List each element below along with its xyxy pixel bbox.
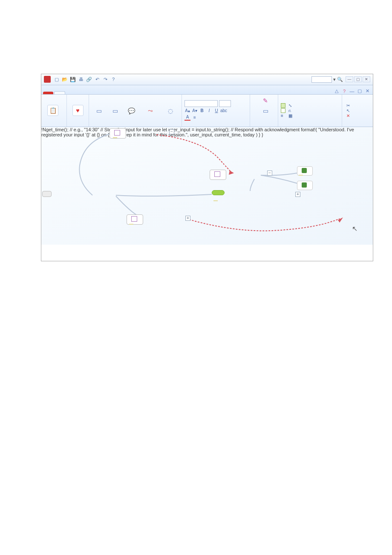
relationship-button[interactable]: ⤳ — [140, 106, 161, 116]
find-box[interactable]: ▾ 🔍 — [310, 76, 343, 83]
topic-button[interactable]: ▭ — [92, 106, 106, 116]
align-icon[interactable]: ≡ — [192, 115, 198, 121]
cursor-icon: ↖ — [352, 225, 357, 233]
help-icon[interactable]: ? — [110, 76, 117, 83]
boundary-button[interactable]: ◌ — [162, 106, 179, 116]
node-r1[interactable] — [297, 166, 313, 176]
ribbon: 📋 ♥ ▭ ▭ 💬 — [41, 95, 373, 127]
win-min-icon[interactable]: — — [349, 88, 355, 94]
shrink-font-icon[interactable]: A▾ — [192, 108, 198, 114]
shape-icon: ▭ — [261, 106, 270, 116]
tab-view[interactable] — [88, 92, 98, 94]
expand-mid[interactable]: − — [267, 171, 272, 176]
priority-1-icon — [302, 168, 307, 173]
group-editing-label — [345, 126, 370, 126]
clear-icon: ✕ — [346, 113, 350, 118]
topic-icon: ▭ — [94, 106, 104, 116]
attach-icon[interactable]: 🔗 — [86, 76, 92, 83]
paste-icon: 📋 — [47, 105, 58, 116]
help2-icon[interactable]: ? — [341, 88, 347, 94]
expand-bottom[interactable]: + — [185, 216, 190, 221]
node-r2[interactable] — [297, 181, 313, 190]
node-top[interactable] — [110, 128, 126, 139]
callout-icon: 💬 — [127, 106, 136, 116]
expand-top[interactable]: − — [169, 129, 174, 134]
clear-button[interactable]: ✕ — [346, 113, 351, 118]
calendar-icon — [214, 171, 220, 177]
collapse-ribbon-icon[interactable]: △ — [334, 88, 340, 94]
font-name-select[interactable] — [184, 100, 218, 107]
select-button[interactable]: ↖ — [346, 108, 351, 113]
tab-insert[interactable] — [66, 92, 76, 94]
find-dropdown-icon[interactable]: ▾ — [333, 77, 336, 82]
grow-font-icon[interactable]: A▴ — [184, 108, 190, 114]
ribbon-tabs: △ ? — ▢ ✕ — [41, 85, 373, 95]
paste-button[interactable]: 📋 — [44, 105, 62, 116]
expand-center[interactable]: + — [295, 192, 300, 197]
node-root[interactable] — [42, 191, 52, 197]
open-icon[interactable]: 📂 — [61, 76, 68, 83]
align-image-button[interactable]: ▦ — [288, 113, 294, 118]
fill-color-button[interactable] — [281, 103, 287, 108]
topic-style-button[interactable]: ✎ — [253, 96, 278, 105]
tab-home[interactable] — [54, 91, 65, 94]
redo-icon[interactable]: ↷ — [102, 76, 109, 83]
fill-swatch-icon — [281, 103, 285, 108]
bold-button[interactable]: B — [199, 108, 205, 114]
undo-icon[interactable]: ↶ — [94, 76, 101, 83]
app-logo-icon — [44, 76, 51, 83]
print-icon[interactable]: 🖶 — [78, 76, 84, 83]
tab-file[interactable] — [43, 92, 53, 94]
subtopic-icon: ▭ — [110, 106, 120, 116]
new-icon[interactable]: ▢ — [53, 76, 60, 83]
find-input[interactable] — [311, 76, 332, 83]
relationship-icon: ⤳ — [146, 106, 155, 116]
tag-center — [213, 200, 218, 201]
group-font-label — [184, 126, 247, 126]
line-button[interactable]: ≡ — [281, 113, 287, 118]
line-weight-icon: ≡ — [281, 113, 283, 118]
svg-marker-0 — [229, 171, 234, 175]
node-center[interactable] — [212, 190, 225, 195]
line-color-button[interactable] — [281, 108, 287, 113]
save-icon[interactable]: 💾 — [69, 76, 76, 83]
tag-r1 — [299, 175, 303, 176]
topic-lines-button[interactable]: ⎌ — [288, 108, 294, 113]
boundary-icon: ◌ — [166, 106, 175, 116]
close-button[interactable]: ✕ — [363, 76, 370, 82]
split-icon: ✂ — [346, 103, 350, 108]
map-style-button[interactable]: ♥ — [69, 105, 86, 116]
win-close-icon[interactable]: ✕ — [364, 88, 370, 94]
calendar-icon — [131, 216, 137, 222]
heart-icon: ♥ — [72, 105, 84, 116]
maximize-button[interactable]: ▢ — [354, 76, 362, 82]
node-mid[interactable] — [210, 170, 226, 180]
tab-review[interactable] — [77, 92, 87, 94]
group-style-label — [69, 126, 86, 126]
tag-top — [113, 137, 117, 138]
strike-button[interactable]: abc — [221, 108, 227, 114]
tab-extras[interactable] — [99, 92, 110, 94]
font-size-select[interactable] — [219, 100, 231, 107]
split-button[interactable]: ✂ — [346, 103, 351, 108]
group-insert-label — [92, 126, 179, 126]
underline-button[interactable]: U — [213, 108, 219, 114]
tag-bottom — [129, 224, 133, 225]
quick-access-toolbar[interactable]: ▢ 📂 💾 🖶 🔗 ↶ ↷ ? — [53, 76, 117, 83]
line-color-icon — [281, 108, 285, 113]
connectors — [41, 127, 373, 245]
win-restore-icon[interactable]: ▢ — [357, 88, 363, 94]
growth-button[interactable]: ⤡ — [288, 103, 294, 108]
topic-shape-button[interactable]: ▭ — [253, 106, 278, 116]
map-canvas[interactable]: − − + + — [41, 127, 373, 245]
growth-icon: ⤡ — [288, 103, 292, 108]
minimize-button[interactable]: — — [346, 76, 353, 82]
binoculars-icon[interactable]: 🔍 — [337, 77, 343, 82]
font-color-icon[interactable]: A — [184, 115, 190, 121]
callout-button[interactable]: 💬 — [124, 106, 138, 116]
italic-button[interactable]: I — [206, 108, 212, 114]
alignimg-icon: ▦ — [288, 113, 292, 118]
topiclines-icon: ⎌ — [288, 108, 291, 113]
node-bottom[interactable] — [127, 214, 143, 225]
subtopic-button[interactable]: ▭ — [108, 106, 122, 116]
